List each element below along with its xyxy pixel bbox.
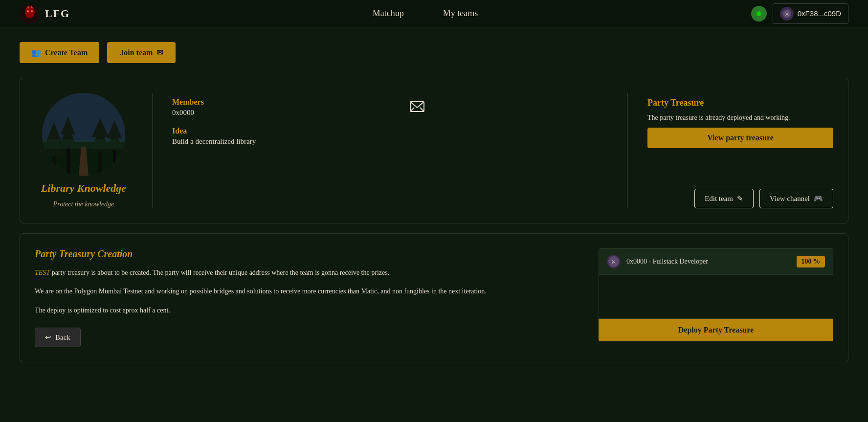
vertical-divider-1 <box>152 93 153 208</box>
member-avatar: ⚔ <box>607 255 621 268</box>
join-team-button[interactable]: Join team ✉ <box>107 42 176 63</box>
deploy-button[interactable]: Deploy Party Treasure <box>599 319 833 341</box>
treasury-desc-1-text: party treasury is about to be created. T… <box>52 269 390 276</box>
logo-text: LFG <box>45 7 70 20</box>
action-row: 👥 Create Team Join team ✉ <box>0 27 868 73</box>
edit-icon: ✎ <box>737 194 743 203</box>
envelope-icon: ✉ <box>156 48 163 57</box>
logo[interactable]: LFG <box>20 3 70 24</box>
view-party-treasure-button[interactable]: View party treasure <box>647 128 833 148</box>
vertical-divider-2 <box>627 93 628 208</box>
wallet-button[interactable]: ⚔ 0xF38...c09D <box>773 3 848 24</box>
members-label: Members <box>172 98 204 107</box>
test-label: TEST <box>35 269 50 276</box>
team-tagline: Protect the knowledge <box>53 200 114 208</box>
discord-icon: 🎮 <box>814 194 823 203</box>
team-avatar-image <box>42 93 125 176</box>
member-row: ⚔ 0x0000 - Fullstack Developer 100 % <box>599 248 833 275</box>
svg-point-6 <box>757 11 761 16</box>
svg-text:⚔: ⚔ <box>784 11 789 17</box>
treasury-title: Party Treasury Creation <box>35 248 579 260</box>
treasury-desc-2: We are on the Polygon Mumbai Testnet and… <box>35 286 579 297</box>
back-arrow-icon: ↩ <box>45 333 51 342</box>
invite-envelope-icon <box>409 99 425 114</box>
edit-team-button[interactable]: Edit team ✎ <box>694 189 754 208</box>
svg-point-4 <box>27 10 29 12</box>
logo-icon <box>20 3 40 24</box>
navbar-links: Matchup My teams <box>99 8 751 19</box>
treasury-left: Party Treasury Creation TEST party treas… <box>35 248 579 347</box>
team-avatar <box>42 93 125 176</box>
party-treasure-desc: The party treasure is already deployed a… <box>647 114 833 122</box>
treasury-desc-1: TEST party treasury is about to be creat… <box>35 267 579 278</box>
treasury-desc-3: The deploy is optimized to cost aprox ha… <box>35 305 579 316</box>
treasury-bottom: ↩ Back <box>35 328 579 347</box>
wallet-avatar: ⚔ <box>780 7 794 21</box>
svg-point-5 <box>31 10 33 12</box>
members-section: Members 0x0000 <box>172 98 204 117</box>
nav-matchup[interactable]: Matchup <box>373 8 404 19</box>
svg-text:⚔: ⚔ <box>611 259 616 265</box>
invite-icon[interactable] <box>409 98 425 117</box>
team-info: Members 0x0000 Idea Build a decentralize… <box>172 93 608 208</box>
team-avatar-section: Library Knowledge Protect the knowledge <box>35 93 133 208</box>
svg-point-1 <box>25 6 35 18</box>
network-status-dot <box>751 6 767 22</box>
svg-rect-26 <box>42 139 125 149</box>
treasury-right: ⚔ 0x0000 - Fullstack Developer 100 % Dep… <box>599 248 833 347</box>
idea-value: Build a decentralized library <box>172 137 608 146</box>
svg-line-28 <box>410 108 414 111</box>
wallet-address: 0xF38...c09D <box>798 9 841 18</box>
create-team-button[interactable]: 👥 Create Team <box>20 42 99 63</box>
member-percent: 100 % <box>797 256 825 267</box>
member-area <box>599 275 833 319</box>
view-channel-button[interactable]: View channel 🎮 <box>759 189 833 208</box>
members-value: 0x0000 <box>172 109 204 117</box>
create-team-icon: 👥 <box>31 48 41 57</box>
join-team-label: Join team <box>120 48 153 57</box>
idea-section: Idea Build a decentralized library <box>172 127 608 146</box>
navbar: LFG Matchup My teams ⚔ 0xF38...c09D <box>0 0 868 27</box>
edit-team-label: Edit team <box>705 195 733 203</box>
nav-my-teams[interactable]: My teams <box>443 8 478 19</box>
info-row-members: Members 0x0000 <box>172 98 608 117</box>
create-team-label: Create Team <box>45 48 88 57</box>
team-name: Library Knowledge <box>41 182 126 195</box>
network-icon <box>755 10 763 18</box>
idea-label: Idea <box>172 127 608 135</box>
svg-line-29 <box>420 108 424 111</box>
navbar-right: ⚔ 0xF38...c09D <box>751 3 848 24</box>
back-label: Back <box>55 333 70 342</box>
view-channel-label: View channel <box>770 195 810 203</box>
team-card-footer: Edit team ✎ View channel 🎮 <box>694 189 833 208</box>
treasury-card: Party Treasury Creation TEST party treas… <box>20 233 848 362</box>
back-button[interactable]: ↩ Back <box>35 328 81 347</box>
party-treasure-title: Party Treasure <box>647 98 833 108</box>
team-card: Library Knowledge Protect the knowledge … <box>20 78 848 223</box>
member-info: 0x0000 - Fullstack Developer <box>626 258 791 266</box>
